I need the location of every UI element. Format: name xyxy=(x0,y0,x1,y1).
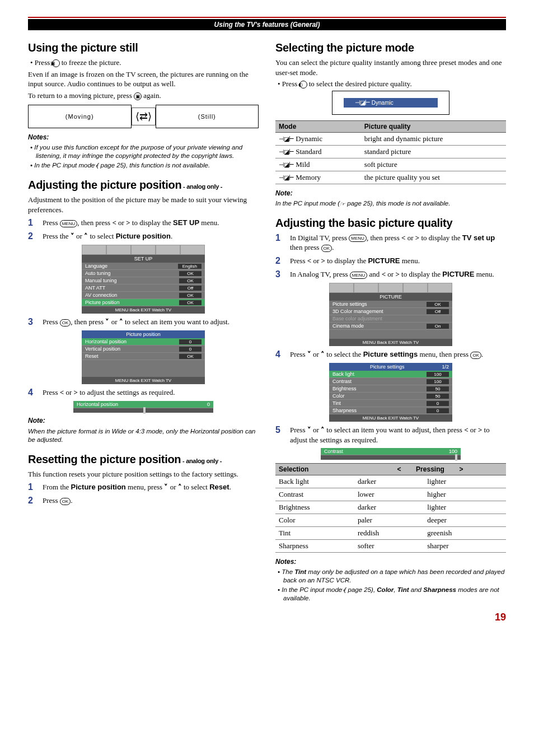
heading-picture-still: Using the picture still xyxy=(28,41,259,54)
select-note-head: Note: xyxy=(275,189,506,198)
section-header: Using the TV's features (General) xyxy=(28,19,506,30)
table-row: ⊣◪⊢ Dynamicbright and dynamic picture xyxy=(275,132,506,145)
select-note: In the PC input mode (☞ page 25), this m… xyxy=(275,199,506,208)
step-number: 5 xyxy=(275,425,284,435)
menu-button-icon: MENU xyxy=(350,272,368,279)
step-number: 1 xyxy=(28,482,37,492)
picture-mode-icon: ◐ xyxy=(299,81,307,88)
step-number: 3 xyxy=(275,269,284,279)
osd-title: SET UP xyxy=(82,255,205,263)
still-icon: ▣ xyxy=(52,59,60,67)
step-number: 2 xyxy=(275,256,284,266)
adjust-note-head: Note: xyxy=(28,416,259,425)
quality-note-2: • In the PC input mode (☞ page 25), Colo… xyxy=(275,586,506,603)
quality-notes-head: Notes: xyxy=(275,557,506,566)
table-row: ⊣◪⊢ Memorythe picture quality you set xyxy=(275,171,506,184)
adjust-note: When the picture format is in Wide or 4:… xyxy=(28,427,259,444)
heading-select-mode: Selecting the picture mode xyxy=(275,41,506,54)
ok-button-icon: OK xyxy=(60,498,71,505)
still-diagram: (Moving) ⟨⇄⟩ (Still) xyxy=(28,105,259,128)
quality-step-5: 5 Press ˅ or ˄ to select an item you wan… xyxy=(275,425,506,445)
adjust-step-2: 2 Press the ˅ or ˄ to select Picture pos… xyxy=(28,231,259,241)
step-number: 2 xyxy=(28,231,37,241)
select-press-line: • Press ◐ to select the desired picture … xyxy=(275,79,506,89)
adjust-intro: Adjustment to the position of the pictur… xyxy=(28,195,259,214)
heading-reset-position: Resetting the picture position - analog … xyxy=(28,453,259,466)
osd-picture-settings-panel: Picture settings1/2 Back light100 Contra… xyxy=(329,363,452,422)
osd-setup-panel: SET UP LanguageEnglish Auto tuningOK Man… xyxy=(82,245,205,314)
mode-indicator-diagram: ⊣◪⊢ Dynamic xyxy=(332,91,449,115)
ok-button-icon: OK xyxy=(60,319,71,326)
right-column: Selecting the picture mode You can selec… xyxy=(275,41,506,604)
diagram-swap-arrows-icon: ⟨⇄⟩ xyxy=(132,108,156,125)
step-number: 3 xyxy=(28,317,37,327)
quality-step-4: 4 Press ˅ or ˄ to select the Picture set… xyxy=(275,349,506,360)
table-row: Contrastlowerhigher xyxy=(275,488,506,501)
step-number: 4 xyxy=(28,388,37,398)
mode-table: ModePicture quality ⊣◪⊢ Dynamicbright an… xyxy=(275,120,506,184)
osd-position-panel: Picture position Horizontal position0 Ve… xyxy=(82,330,205,384)
table-row: Brightnessdarkerlighter xyxy=(275,501,506,514)
table-row: Colorpalerdeeper xyxy=(275,514,506,527)
still-note-2: • In the PC input mode (☞ page 25), this… xyxy=(28,161,259,170)
reset-step-2: 2 Press OK. xyxy=(28,496,259,506)
select-intro: You can select the picture quality insta… xyxy=(275,58,506,77)
left-column: Using the picture still • Press ▣ to fre… xyxy=(28,41,259,604)
still-press-line: • Press ▣ to freeze the picture. xyxy=(28,58,259,68)
quality-note-1: • The Tint may only be adjusted on a tap… xyxy=(275,568,506,585)
menu-button-icon: MENU xyxy=(60,220,78,227)
heading-adjust-position: Adjusting the picture position - analog … xyxy=(28,179,259,192)
osd-hpos-strip: Horizontal position0 xyxy=(73,401,213,413)
quality-step-1: 1 In Digital TV, press MENU, then press … xyxy=(275,233,506,253)
adjust-step-1: 1 Press MENU, then press < or > to displ… xyxy=(28,218,259,228)
quality-step-3: 3 In Analog TV, press MENU and < or > to… xyxy=(275,269,506,279)
still-icon-2: ▣ xyxy=(134,92,142,100)
diagram-still-box: (Still) xyxy=(156,105,259,128)
diagram-moving-box: (Moving) xyxy=(28,105,132,128)
table-row: Tintreddishgreenish xyxy=(275,527,506,540)
top-red-rule xyxy=(28,17,506,18)
osd-picture-panel: PICTURE Picture settingsOK 3D Color mana… xyxy=(329,283,452,346)
page-number: 19 xyxy=(28,612,506,623)
pointer-icon: ☞ xyxy=(340,200,345,208)
ok-button-icon: OK xyxy=(470,352,481,359)
table-row: ⊣◪⊢ Mildsoft picture xyxy=(275,158,506,171)
menu-button-icon: MENU xyxy=(349,235,367,242)
still-notes-head: Notes: xyxy=(28,133,259,142)
adjust-step-4: 4 Press < or > to adjust the settings as… xyxy=(28,388,259,398)
table-row: Back lightdarkerlighter xyxy=(275,475,506,488)
osd-contrast-strip: Contrast100 xyxy=(321,448,461,460)
still-note-1: • If you use this function except for th… xyxy=(28,143,259,160)
reset-intro: This function resets your picture positi… xyxy=(28,469,259,479)
table-row: Sharpnesssoftersharper xyxy=(275,540,506,553)
step-number: 4 xyxy=(275,349,284,360)
still-p1: Even if an image is frozen on the TV scr… xyxy=(28,69,259,89)
step-number: 1 xyxy=(28,218,37,228)
selection-table: Selection < Pressing > Back lightdarkerl… xyxy=(275,463,506,553)
table-row: ⊣◪⊢ Standardstandard picture xyxy=(275,145,506,158)
ok-button-icon: OK xyxy=(321,245,332,252)
quality-step-2: 2 Press < or > to display the PICTURE me… xyxy=(275,256,506,266)
step-number: 2 xyxy=(28,496,37,506)
adjust-step-3: 3 Press OK, then press ˅ or ˄ to select … xyxy=(28,317,259,327)
heading-adjust-quality: Adjusting the basic picture quality xyxy=(275,217,506,230)
step-number: 1 xyxy=(275,233,284,243)
still-p2: To return to a moving picture, press ▣ a… xyxy=(28,91,259,101)
reset-step-1: 1 From the Picture position menu, press … xyxy=(28,482,259,492)
